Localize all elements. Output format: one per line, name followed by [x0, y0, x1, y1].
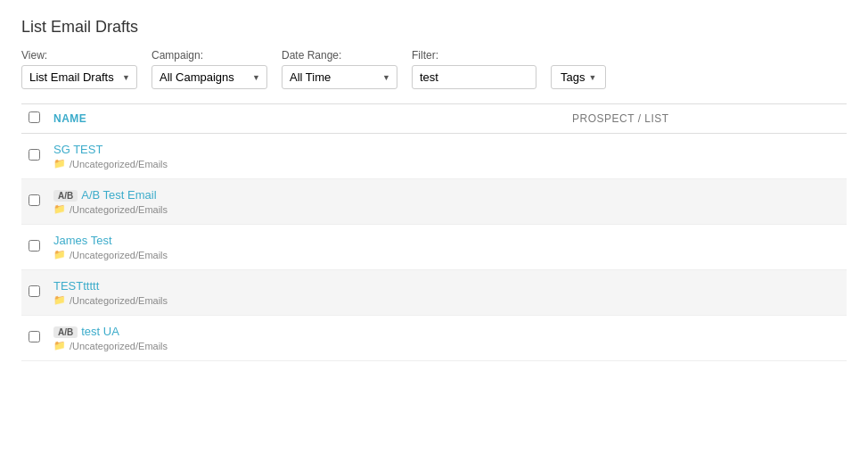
row-path: 📁/Uncategorized/Emails	[53, 340, 839, 351]
row-path: 📁/Uncategorized/Emails	[53, 294, 839, 306]
table-body: SG TEST📁/Uncategorized/EmailsA/BA/B Test…	[21, 134, 847, 361]
row-checkbox[interactable]	[29, 240, 40, 252]
filter-input[interactable]	[412, 65, 536, 89]
row-name-link[interactable]: James Test	[53, 234, 112, 247]
table-row: A/BA/B Test Email📁/Uncategorized/Emails	[21, 179, 847, 225]
campaign-filter-group: Campaign: All Campaigns	[151, 49, 267, 89]
row-checkbox[interactable]	[29, 285, 40, 297]
row-checkbox[interactable]	[29, 194, 40, 206]
row-checkbox[interactable]	[29, 149, 40, 161]
daterange-select-wrapper: All Time	[282, 65, 397, 89]
row-content: James Test📁/Uncategorized/Emails	[53, 234, 839, 260]
table-row: A/Btest UA📁/Uncategorized/Emails	[21, 316, 847, 361]
row-content: A/BA/B Test Email📁/Uncategorized/Emails	[53, 188, 839, 215]
row-name-link[interactable]: A/B Test Email	[81, 188, 156, 202]
row-content: A/Btest UA📁/Uncategorized/Emails	[53, 325, 839, 351]
ab-badge: A/B	[53, 326, 78, 338]
table-row: SG TEST📁/Uncategorized/Emails	[21, 134, 847, 179]
row-checkbox-cell[interactable]	[29, 149, 53, 163]
row-path-text: /Uncategorized/Emails	[70, 204, 168, 215]
col-name-header: NAME	[53, 112, 572, 125]
view-label: View:	[21, 49, 137, 62]
row-checkbox-cell[interactable]	[29, 240, 53, 254]
row-name-link[interactable]: TESTttttt	[53, 279, 99, 293]
folder-icon: 📁	[53, 294, 66, 306]
row-name-link[interactable]: test UA	[81, 325, 119, 338]
campaign-select-wrapper: All Campaigns	[151, 65, 267, 89]
row-checkbox-cell[interactable]	[29, 194, 53, 209]
email-drafts-table: NAME PROSPECT / LIST SG TEST📁/Uncategori…	[21, 103, 847, 361]
row-path-text: /Uncategorized/Emails	[70, 341, 168, 351]
row-content: SG TEST📁/Uncategorized/Emails	[53, 143, 839, 169]
filters-bar: View: List Email Drafts Campaign: All Ca…	[21, 49, 847, 89]
row-path-text: /Uncategorized/Emails	[70, 159, 168, 169]
folder-icon: 📁	[53, 249, 66, 260]
view-filter-group: View: List Email Drafts	[21, 49, 137, 89]
table-row: James Test📁/Uncategorized/Emails	[21, 225, 847, 270]
campaign-select[interactable]: All Campaigns	[151, 65, 267, 89]
col-prospect-header: PROSPECT / LIST	[572, 112, 839, 125]
filter-label: Filter:	[412, 49, 536, 62]
page-title: List Email Drafts	[21, 18, 847, 37]
row-path: 📁/Uncategorized/Emails	[53, 158, 839, 169]
row-name-link[interactable]: SG TEST	[53, 143, 102, 156]
daterange-filter-group: Date Range: All Time	[282, 49, 397, 89]
header-checkbox-cell[interactable]	[29, 111, 53, 126]
folder-icon: 📁	[53, 158, 66, 169]
row-path-text: /Uncategorized/Emails	[70, 295, 168, 306]
table-header: NAME PROSPECT / LIST	[21, 104, 847, 134]
row-content: TESTttttt📁/Uncategorized/Emails	[53, 279, 839, 306]
campaign-label: Campaign:	[151, 49, 267, 62]
header-checkbox[interactable]	[29, 111, 40, 123]
daterange-select[interactable]: All Time	[282, 65, 397, 89]
daterange-label: Date Range:	[282, 49, 397, 62]
row-path: 📁/Uncategorized/Emails	[53, 203, 839, 215]
row-checkbox-cell[interactable]	[29, 331, 53, 345]
row-checkbox-cell[interactable]	[29, 285, 53, 300]
row-checkbox[interactable]	[29, 331, 40, 342]
folder-icon: 📁	[53, 340, 66, 351]
filter-filter-group: Filter:	[412, 49, 536, 89]
view-select[interactable]: List Email Drafts	[21, 65, 137, 89]
table-row: TESTttttt📁/Uncategorized/Emails	[21, 270, 847, 316]
row-path: 📁/Uncategorized/Emails	[53, 249, 839, 260]
row-path-text: /Uncategorized/Emails	[70, 250, 168, 260]
ab-badge: A/B	[53, 190, 78, 202]
view-select-wrapper: List Email Drafts	[21, 65, 137, 89]
tags-button[interactable]: Tags	[551, 65, 606, 89]
folder-icon: 📁	[53, 203, 66, 215]
